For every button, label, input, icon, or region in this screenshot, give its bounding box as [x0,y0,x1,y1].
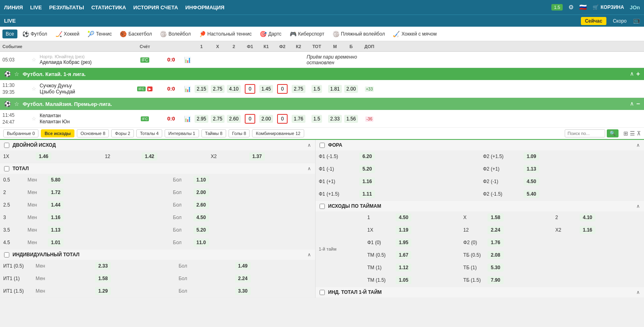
half-val2-3[interactable]: 2.08 [484,249,552,262]
it-val1-2[interactable]: 1.29 [92,285,175,297]
fora-val1-0[interactable]: 6.20 [356,150,480,163]
sport-tab-table-tennis[interactable]: 🏓 Настольный теннис [196,29,255,39]
nav-informaciya[interactable]: ИНФОРМАЦИЯ [185,4,225,11]
odd-k1-malaysia[interactable]: 2.00 [258,116,274,122]
half-val2-4[interactable]: 5.30 [484,262,552,274]
gear-icon[interactable]: ⚙ [568,4,574,11]
now-button[interactable]: Сейчас [581,17,606,25]
sport-tab-tennis[interactable]: 🎾 Теннис [84,29,115,39]
section-outcomes-by-half-collapse[interactable]: ∧ [636,203,640,209]
filter-goly[interactable]: Голы 8 [229,129,250,137]
filter-intervaly[interactable]: Интервалы 1 [165,129,199,137]
section-individual-total-checkbox[interactable] [4,252,9,257]
odd-f1-malaysia[interactable]: 0 [242,114,258,124]
fora-val2-3[interactable]: 5.40 [520,188,644,200]
odd-m-china[interactable]: 1.81 [327,86,343,92]
sport-tab-beach-volleyball[interactable]: 🏐 Пляжный волейбол [329,29,388,39]
total-val1-4[interactable]: 1.13 [44,224,170,236]
nav-rezultaty[interactable]: РЕЗУЛЬТАТЫ [49,4,84,11]
odd-2-china[interactable]: 4.10 [226,86,242,92]
section-individual-total-header[interactable]: ИНДИВИДУАЛЬНЫЙ ТОТАЛ ∧ [0,249,315,260]
fora-val2-0[interactable]: 1.09 [520,150,644,163]
section-fora-checkbox[interactable] [320,143,325,148]
total-val1-2[interactable]: 1.44 [44,199,170,211]
sport-tab-darts[interactable]: 🎯 Дартс [256,29,285,39]
odds-badge[interactable]: 1.5 [551,4,562,11]
filter-combined[interactable]: Комбинированные 12 [252,129,304,137]
section-fora-collapse[interactable]: ∧ [636,142,640,148]
double-1x-val[interactable]: 1.46 [32,150,102,163]
total-val2-1[interactable]: 2.00 [190,186,316,199]
odd-dop-malaysia[interactable]: -36 [359,116,379,122]
filter-all[interactable]: Все исходы [41,129,74,137]
odd-dop-china[interactable]: +33 [359,86,379,92]
league-star-malaysia[interactable]: ☆ [14,101,19,107]
half-val1-5[interactable]: 1.05 [392,274,460,287]
stats-icon-paused[interactable]: 📊 [181,57,193,63]
section-ind-total-1st-half-checkbox[interactable] [320,290,325,295]
odd-2-malaysia[interactable]: 2.60 [226,116,242,122]
odd-1-china[interactable]: 2.15 [193,86,210,92]
sport-tab-esports[interactable]: 🎮 Киберспорт [286,29,328,39]
league-star-china[interactable]: ☆ [14,71,19,77]
fora-val2-2[interactable]: 4.50 [520,175,644,188]
match-score-china[interactable]: 0:0 [161,86,181,92]
sport-tab-all[interactable]: Все [2,30,17,38]
league-collapse-up-malaysia[interactable]: ∧ [630,100,634,108]
search-input[interactable] [565,129,605,137]
it-val1-0[interactable]: 2.33 [92,260,175,272]
sport-tab-hockey[interactable]: 🏒 Хоккей [52,29,83,39]
star-icon-china[interactable]: ☆ [32,86,40,92]
half-val1-4[interactable]: 1.12 [392,262,460,274]
sport-tab-bandy[interactable]: 🏑 Хоккей с мячом [390,29,440,39]
odd-tot-malaysia[interactable]: 1.5 [307,116,327,122]
total-val2-4[interactable]: 5.20 [190,224,316,236]
filter-taymy[interactable]: Таймы 8 [201,129,226,137]
double-x2-val[interactable]: 1.37 [246,150,315,163]
total-val2-0[interactable]: 1.10 [190,174,316,186]
half-val2-1[interactable]: 2.24 [484,224,552,236]
list-view-icon[interactable]: ☰ [630,130,635,137]
it-val2-0[interactable]: 1.49 [232,260,315,272]
section-fora-header[interactable]: ФОРА ∧ [316,140,644,150]
fora-val2-1[interactable]: 1.13 [520,163,644,175]
total-val1-0[interactable]: 5.80 [44,174,170,186]
star-icon-malaysia[interactable]: ☆ [32,116,40,122]
league-minus-icon-malaysia[interactable]: − [636,100,640,108]
half-val1-2[interactable]: 1.95 [392,236,460,249]
odd-b-china[interactable]: 2.00 [343,86,359,92]
odd-k2-china[interactable]: 2.75 [290,86,307,92]
odd-k2-malaysia[interactable]: 1.76 [290,116,307,122]
section-outcomes-by-half-checkbox[interactable] [320,204,325,209]
fora-val1-3[interactable]: 1.11 [356,188,480,200]
total-val1-5[interactable]: 1.01 [44,236,170,249]
half-val1-1[interactable]: 1.19 [392,224,460,236]
odd-f2-malaysia[interactable]: 0 [274,114,290,124]
total-val2-2[interactable]: 2.60 [190,199,316,211]
half-val1-0[interactable]: 4.50 [392,211,460,224]
star-icon-paused[interactable]: ☆ [32,57,40,63]
total-val2-5[interactable]: 11.0 [190,236,316,249]
soon-button[interactable]: Скоро [609,17,631,25]
grid-view-icon[interactable]: ⊞ [623,130,628,137]
section-double-outcome-collapse[interactable]: ∧ [307,142,311,148]
league-add-icon[interactable]: + [636,70,640,78]
section-double-outcome-checkbox[interactable] [4,143,9,148]
double-12-val[interactable]: 1.42 [138,150,208,163]
section-ind-total-1st-half-header[interactable]: ИНД. ТОТАЛ 1-Й ТАЙМ ∧ [316,287,644,297]
match-score-malaysia[interactable]: 0:0 [161,116,181,122]
search-button[interactable]: 🔍 [607,129,619,137]
stats-icon-malaysia[interactable]: 📊 [181,116,193,122]
odd-x-china[interactable]: 2.75 [210,86,226,92]
collapse-all-icon[interactable]: ⊼ [637,130,641,137]
half-val2-5[interactable]: 7.90 [484,274,552,287]
odd-b-malaysia[interactable]: 1.56 [343,116,359,122]
it-val2-2[interactable]: 3.30 [232,285,315,297]
sport-tab-football[interactable]: ⚽ Футбол [19,29,51,39]
section-outcomes-by-half-header[interactable]: ИСХОДЫ ПО ТАЙМАМ ∧ [316,201,644,211]
total-val1-1[interactable]: 1.72 [44,186,170,199]
odd-m-malaysia[interactable]: 2.33 [327,116,343,122]
league-collapse-up[interactable]: ∧ [630,70,634,78]
filter-selected[interactable]: Выбранные 0 [3,129,38,137]
sport-tab-volleyball[interactable]: 🏐 Волейбол [157,29,194,39]
